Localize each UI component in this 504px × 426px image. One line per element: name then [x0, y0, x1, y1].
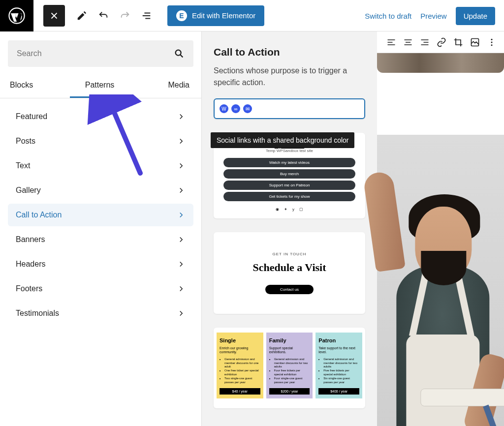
- schedule-button: Contact us: [265, 285, 314, 294]
- tab-patterns[interactable]: Patterns: [70, 75, 130, 98]
- replace-icon[interactable]: [468, 35, 482, 50]
- wordpress-logo[interactable]: [0, 0, 33, 31]
- mail-social-icon: ✉: [243, 104, 252, 113]
- wordpress-social-icon: W: [220, 104, 228, 113]
- panel-description: Sections whose purpose is to trigger a s…: [214, 65, 365, 89]
- edit-elementor-button[interactable]: E Edit with Elementor: [167, 5, 264, 26]
- category-posts[interactable]: Posts: [8, 130, 193, 152]
- panel-title: Call to Action: [214, 46, 365, 58]
- elementor-icon: E: [176, 10, 187, 21]
- pattern-categories: Featured Posts Text Gallery Call to Acti…: [0, 98, 201, 334]
- undo-icon[interactable]: [93, 5, 114, 27]
- pricing-col-patron: Patron Take support to the next level. G…: [315, 333, 362, 398]
- document-overview-icon[interactable]: [136, 5, 158, 27]
- pattern-preview-panel: Call to Action Sections whose purpose is…: [202, 31, 377, 426]
- pattern-tooltip: Social links with a shared background co…: [211, 132, 354, 148]
- search-input[interactable]: [17, 49, 174, 58]
- edit-icon[interactable]: [71, 5, 93, 27]
- link-social-icon: ∞: [231, 104, 240, 113]
- svg-point-1: [176, 50, 181, 56]
- editor-canvas[interactable]: [377, 31, 504, 426]
- update-button[interactable]: Update: [456, 7, 495, 25]
- preview-link[interactable]: Preview: [420, 12, 446, 20]
- top-toolbar: E Edit with Elementor Switch to draft Pr…: [0, 0, 504, 31]
- schedule-subtitle: GET IN TOUCH: [223, 252, 355, 256]
- category-text[interactable]: Text: [8, 154, 193, 177]
- more-options-icon[interactable]: [484, 35, 499, 50]
- category-call-to-action[interactable]: Call to Action: [8, 204, 193, 226]
- svg-point-5: [491, 44, 493, 46]
- category-featured[interactable]: Featured: [8, 105, 193, 128]
- redo-icon[interactable]: [114, 5, 136, 27]
- tab-blocks[interactable]: Blocks: [8, 75, 70, 98]
- align-center-icon[interactable]: [401, 35, 415, 50]
- pattern-schedule-visit[interactable]: GET IN TOUCH Schedule a Visit Contact us: [214, 232, 365, 314]
- linktree-subtitle: Temp WPSandbox test site: [219, 149, 360, 153]
- switch-to-draft-link[interactable]: Switch to draft: [365, 12, 411, 20]
- block-toolbar: [377, 31, 504, 53]
- search-icon: [174, 48, 185, 59]
- category-gallery[interactable]: Gallery: [8, 179, 193, 202]
- linktree-btn-1: Watch my latest videos: [223, 158, 355, 167]
- hero-image-block[interactable]: [377, 53, 504, 73]
- align-right-icon[interactable]: [417, 35, 432, 50]
- pricing-col-single: Single Enrich our growing community. Gen…: [217, 333, 263, 398]
- svg-point-3: [491, 38, 493, 40]
- link-icon[interactable]: [434, 35, 449, 50]
- content-image[interactable]: [377, 135, 504, 426]
- linktree-btn-2: Buy merch: [223, 169, 355, 179]
- search-box[interactable]: [8, 40, 193, 67]
- category-banners[interactable]: Banners: [8, 228, 193, 251]
- inserter-tabs: Blocks Patterns Media: [0, 75, 201, 98]
- pattern-pricing-table[interactable]: Single Enrich our growing community. Gen…: [214, 328, 365, 408]
- linktree-btn-4: Get tickets for my show: [223, 192, 355, 201]
- inserter-panel: Blocks Patterns Media Featured Posts Tex…: [0, 31, 202, 426]
- schedule-title: Schedule a Visit: [223, 261, 355, 274]
- category-headers[interactable]: Headers: [8, 253, 193, 275]
- pattern-social-links[interactable]: W ∞ ✉: [214, 98, 365, 119]
- tab-media[interactable]: Media: [129, 75, 193, 98]
- crop-icon[interactable]: [451, 35, 466, 50]
- close-inserter-button[interactable]: [43, 5, 65, 27]
- pricing-col-family: Family Support special exhibitions. Gene…: [266, 333, 313, 398]
- svg-point-4: [491, 41, 493, 43]
- category-footers[interactable]: Footers: [8, 277, 193, 300]
- align-left-icon[interactable]: [384, 35, 399, 50]
- elementor-label: Edit with Elementor: [192, 11, 255, 20]
- social-icons-preview: W ∞ ✉: [220, 104, 359, 113]
- linktree-social-icons: ◉✦y▢: [219, 207, 360, 212]
- category-testimonials[interactable]: Testimonials: [8, 302, 193, 325]
- linktree-btn-3: Support me on Patreon: [223, 181, 355, 190]
